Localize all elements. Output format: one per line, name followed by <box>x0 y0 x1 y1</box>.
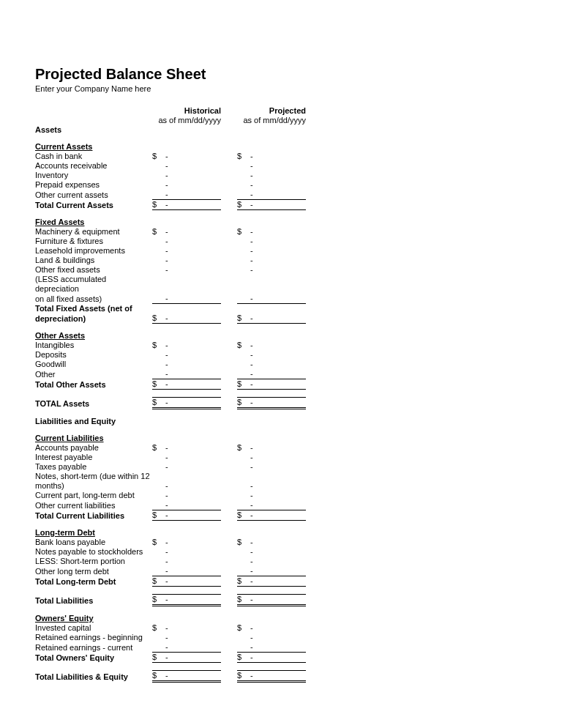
row-other-current: Other current assets-- <box>35 190 306 200</box>
row-total-other-assets: Total Other Assets$-$- <box>35 379 306 390</box>
row-machinery: Machinery & equipment$-$- <box>35 227 306 237</box>
row-ap: Accounts payable$-$- <box>35 443 306 453</box>
row-other: Other-- <box>35 369 306 379</box>
row-rec: Retained earnings - current-- <box>35 642 306 653</box>
row-ar: Accounts receivable-- <box>35 161 306 171</box>
balance-sheet-table: Historical Projected as of mm/dd/yyyy as… <box>35 106 306 683</box>
row-tp: Taxes payable-- <box>35 462 306 472</box>
row-npst: Notes payable to stockholders-- <box>35 547 306 557</box>
owners-equity-heading: Owners' Equity <box>35 614 152 623</box>
row-cash: Cash in bank$-$- <box>35 152 306 161</box>
column-subheader-row: as of mm/dd/yyyy as of mm/dd/yyyy <box>35 116 306 125</box>
company-name-placeholder: Enter your Company Name here <box>35 84 527 93</box>
row-reb: Retained earnings - beginning-- <box>35 633 306 642</box>
long-term-debt-heading: Long-term Debt <box>35 528 152 538</box>
projected-header: Projected <box>237 106 306 116</box>
row-depr-line1: (LESS accumulated depreciation <box>35 275 306 294</box>
column-header-row: Historical Projected <box>35 106 306 116</box>
row-notes2: months)-- <box>35 481 306 491</box>
other-assets-heading: Other Assets <box>35 331 152 341</box>
row-furniture: Furniture & fixtures-- <box>35 237 306 246</box>
row-other-fixed: Other fixed assets-- <box>35 265 306 275</box>
row-depr-line2: on all fixed assets)-- <box>35 294 306 304</box>
row-toe: Total Owners' Equity$-$- <box>35 653 306 663</box>
row-ocl: Other current liabilities-- <box>35 500 306 510</box>
row-deposits: Deposits-- <box>35 350 306 360</box>
row-total-current-assets: Total Current Assets$-$- <box>35 200 306 210</box>
row-goodwill: Goodwill-- <box>35 360 306 369</box>
row-bank: Bank loans payable$-$- <box>35 538 306 547</box>
row-inventory: Inventory-- <box>35 171 306 180</box>
row-prepaid: Prepaid expenses-- <box>35 180 306 190</box>
row-notes1: Notes, short-term (due within 12 <box>35 472 306 481</box>
row-land: Land & buildings-- <box>35 256 306 265</box>
row-tfa-line2: depreciation)$-$- <box>35 313 306 324</box>
row-invested-capital: Invested capital$-$- <box>35 623 306 633</box>
current-assets-heading: Current Assets <box>35 142 152 152</box>
row-ip: Interest payable-- <box>35 453 306 462</box>
fixed-assets-heading: Fixed Assets <box>35 218 152 227</box>
row-tltd: Total Long-term Debt$-$- <box>35 576 306 587</box>
row-tcl: Total Current Liabilities$-$- <box>35 510 306 521</box>
page-title: Projected Balance Sheet <box>35 66 527 83</box>
row-total-liabilities: Total Liabilities$-$- <box>35 595 306 606</box>
historical-header: Historical <box>152 106 221 116</box>
historical-date: as of mm/dd/yyyy <box>152 116 221 125</box>
projected-date: as of mm/dd/yyyy <box>237 116 306 125</box>
row-tfa-line1: Total Fixed Assets (net of <box>35 304 306 314</box>
row-intangibles: Intangibles$-$- <box>35 341 306 350</box>
row-leasehold: Leasehold improvements-- <box>35 246 306 256</box>
row-total-liab-equity: Total Liabilities & Equity$-$- <box>35 671 306 682</box>
page: Projected Balance Sheet Enter your Compa… <box>0 0 562 712</box>
row-total-assets: TOTAL Assets$-$- <box>35 398 306 409</box>
row-cpltd: Current part, long-term debt-- <box>35 491 306 500</box>
liabilities-equity-heading: Liabilities and Equity <box>35 417 152 426</box>
row-stp: LESS: Short-term portion-- <box>35 557 306 566</box>
current-liabilities-heading: Current Liabilities <box>35 434 152 443</box>
row-oltd: Other long term debt-- <box>35 566 306 576</box>
assets-heading: Assets <box>35 125 152 135</box>
